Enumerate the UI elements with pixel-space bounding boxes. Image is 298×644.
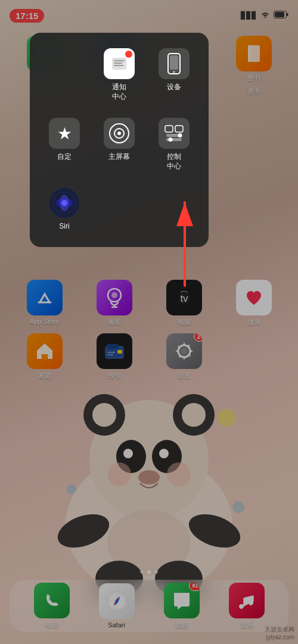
watermark: 天源安卓网 jytyaz.com [265,626,294,640]
context-menu: 通知中心 设备 ★ 自定 主屏幕 [30,33,209,247]
svg-rect-40 [175,126,183,132]
menu-item-siri[interactable]: Siri [39,182,89,237]
control-center-label: 控制中心 [167,152,181,171]
svg-rect-32 [114,65,123,66]
svg-rect-39 [165,126,173,132]
device-icon [159,48,190,79]
menu-item-notification-center[interactable]: 通知中心 [94,42,144,107]
siri-icon [49,187,80,218]
svg-point-35 [173,71,175,73]
svg-point-38 [117,132,121,135]
svg-rect-30 [114,60,125,61]
menu-item-device[interactable]: 设备 [149,42,199,107]
custom-label: 自定 [57,152,72,162]
svg-point-49 [61,200,67,206]
svg-rect-31 [114,62,122,64]
home-screen-label: 主屏幕 [108,152,130,162]
menu-item-home-screen[interactable]: 主屏幕 [94,112,144,177]
menu-item-control-center[interactable]: 控制中心 [149,112,199,177]
custom-icon: ★ [49,118,80,149]
notification-center-label: 通知中心 [112,83,126,101]
svg-point-44 [169,137,173,142]
device-label: 设备 [167,83,181,92]
control-center-icon [159,118,190,149]
home-screen-icon [104,118,135,149]
svg-point-42 [178,133,182,137]
siri-label: Siri [59,222,69,232]
svg-rect-34 [170,55,178,70]
notification-dot [125,51,132,58]
notification-center-icon [104,48,135,79]
menu-item-custom[interactable]: ★ 自定 [39,112,89,177]
